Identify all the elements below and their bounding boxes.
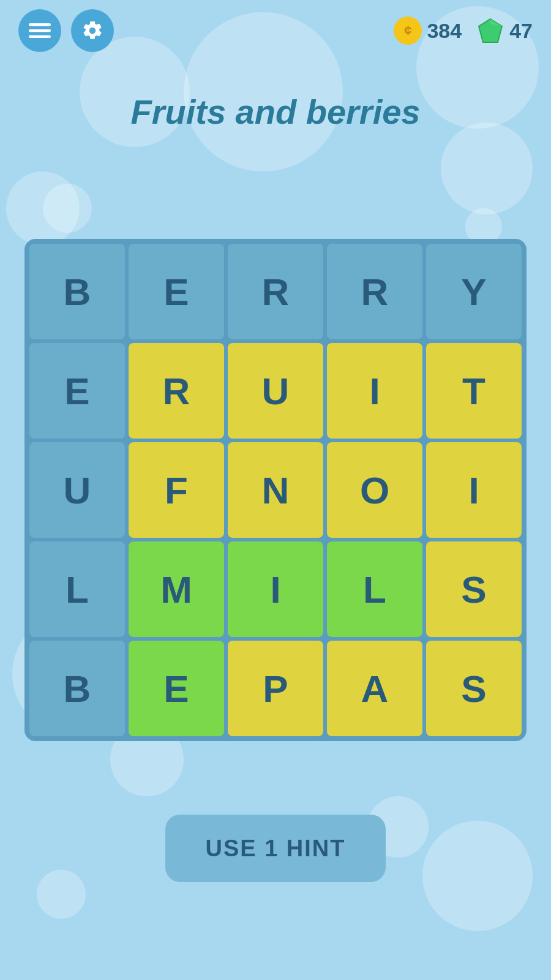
cell-r1-c2[interactable]: U (228, 343, 323, 439)
cell-r0-c1[interactable]: E (129, 244, 224, 339)
cell-r1-c0[interactable]: E (29, 343, 125, 439)
cell-r1-c1[interactable]: R (129, 343, 224, 439)
cell-r1-c3[interactable]: I (327, 343, 422, 439)
cell-r3-c0[interactable]: L (29, 541, 125, 637)
cell-r4-c0[interactable]: B (29, 641, 125, 736)
game-title: Fruits and berries (0, 92, 551, 132)
letter-grid: BERRYERUITUFNOILMILSBEPAS (29, 244, 522, 736)
cell-r4-c1[interactable]: E (129, 641, 224, 736)
header-left (18, 9, 114, 52)
use-hint-button[interactable]: USE 1 HINT (165, 815, 386, 882)
svg-rect-1 (29, 29, 51, 32)
grid-container: BERRYERUITUFNOILMILSBEPAS (24, 239, 527, 741)
cell-r4-c4[interactable]: S (426, 641, 522, 736)
cell-r2-c2[interactable]: N (228, 442, 323, 538)
cell-r3-c3[interactable]: L (327, 541, 422, 637)
cell-r2-c3[interactable]: O (327, 442, 422, 538)
cell-r2-c4[interactable]: I (426, 442, 522, 538)
coin-icon: ¢ (394, 17, 422, 45)
gem-icon (476, 17, 504, 45)
cell-r2-c0[interactable]: U (29, 442, 125, 538)
settings-button[interactable] (71, 9, 114, 52)
gem-value: 47 (509, 19, 533, 43)
header-right: ¢ 384 47 (394, 17, 533, 45)
cell-r3-c1[interactable]: M (129, 541, 224, 637)
cell-r4-c3[interactable]: A (327, 641, 422, 736)
menu-icon (29, 20, 51, 42)
cell-r3-c2[interactable]: I (228, 541, 323, 637)
cell-r0-c2[interactable]: R (228, 244, 323, 339)
cell-r0-c3[interactable]: R (327, 244, 422, 339)
svg-rect-0 (29, 23, 51, 26)
coin-value: 384 (427, 19, 462, 43)
settings-icon (81, 20, 103, 42)
gem-counter: 47 (476, 17, 533, 45)
svg-rect-2 (29, 36, 51, 39)
cell-r0-c0[interactable]: B (29, 244, 125, 339)
cell-r0-c4[interactable]: Y (426, 244, 522, 339)
cell-r4-c2[interactable]: P (228, 641, 323, 736)
coin-counter: ¢ 384 (394, 17, 462, 45)
cell-r3-c4[interactable]: S (426, 541, 522, 637)
cell-r1-c4[interactable]: T (426, 343, 522, 439)
cell-r2-c1[interactable]: F (129, 442, 224, 538)
header: ¢ 384 47 (0, 0, 551, 61)
menu-button[interactable] (18, 9, 61, 52)
